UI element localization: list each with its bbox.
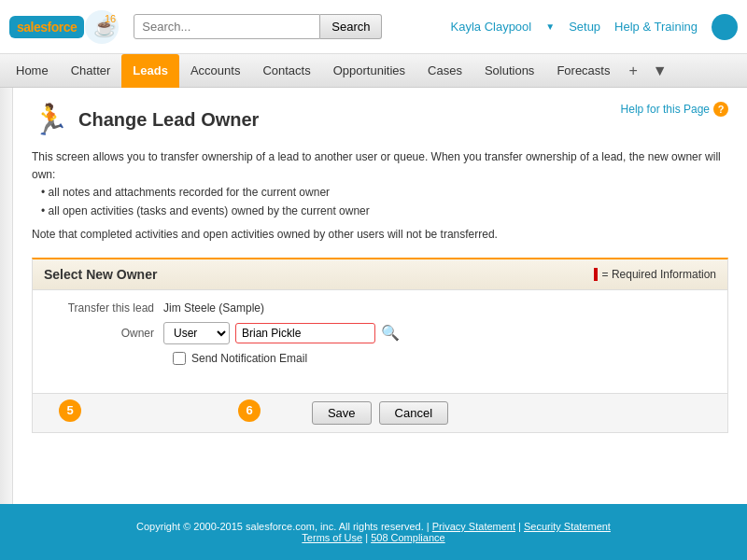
nav-opportunities[interactable]: Opportunities [322,54,416,88]
main-wrapper: 🏃 Change Lead Owner Help for this Page ?… [0,88,747,504]
nav-chatter[interactable]: Chatter [60,54,122,88]
save-button[interactable]: Save [312,401,372,425]
form-section: Select New Owner = Required Information … [32,258,728,433]
footer: Copyright © 2000-2015 salesforce.com, in… [0,504,747,560]
owner-name-input[interactable] [235,323,375,343]
footer-links-row2: Terms of Use | 508 Compliance [302,532,444,543]
required-info: = Required Information [594,268,716,281]
cancel-button[interactable]: Cancel [379,401,448,425]
help-icon: ? [713,102,728,117]
search-area: Search [134,14,450,39]
nav-accounts[interactable]: Accounts [179,54,251,88]
description-text: This screen allows you to transfer owner… [32,148,728,244]
form-section-title: Select New Owner [44,267,157,282]
form-body: Transfer this lead Jim Steele (Sample) O… [33,290,727,393]
owner-label: Owner [51,327,163,340]
user-chevron-icon[interactable]: ▼ [545,21,555,32]
nav-home[interactable]: Home [5,54,60,88]
description-line1: This screen allows you to transfer owner… [32,148,728,184]
privacy-link[interactable]: Privacy Statement [432,521,515,532]
owner-type-select[interactable]: User Queue [163,322,230,344]
header-right: Kayla Claypool ▼ Setup Help & Training [451,14,739,40]
help-this-page-link[interactable]: Help for this Page ? [621,102,728,117]
nav-add-button[interactable]: + [621,54,644,88]
actions-row: 5 6 Save Cancel [33,393,727,432]
nav-leads[interactable]: Leads [121,54,179,88]
navigation: Home Chatter Leads Accounts Contacts Opp… [0,54,747,88]
notification-label: Send Notification Email [191,352,307,365]
logo-icon: ☕ 16 [84,9,120,45]
search-button[interactable]: Search [320,14,382,39]
nav-forecasts[interactable]: Forecasts [545,54,621,88]
form-section-header: Select New Owner = Required Information [33,259,727,290]
nav-contacts[interactable]: Contacts [251,54,321,88]
nav-solutions[interactable]: Solutions [473,54,545,88]
nav-cases[interactable]: Cases [416,54,473,88]
owner-row: Owner User Queue 🔍 [51,322,709,344]
nav-more-button[interactable]: ▼ [645,54,675,88]
svg-text:16: 16 [105,13,116,24]
page-title: Change Lead Owner [78,109,259,131]
avatar [712,14,738,40]
search-input[interactable] [134,14,320,39]
salesforce-logo: salesforce [9,16,84,38]
footer-copyright: Copyright © 2000-2015 salesforce.com, in… [136,521,611,532]
page-header: 🏃 Change Lead Owner Help for this Page ? [32,102,728,137]
help-training-link[interactable]: Help & Training [614,20,698,34]
bullet-item-1: all notes and attachments recorded for t… [41,184,728,202]
lead-icon: 🏃 [32,102,69,137]
notification-row: Send Notification Email [51,352,709,365]
left-sidebar-accent [0,88,13,504]
description-line2: Note that completed activities and open … [32,226,728,244]
bullet-item-2: all open activities (tasks and events) o… [41,203,728,220]
terms-link[interactable]: Terms of Use [302,532,362,543]
content-area: 🏃 Change Lead Owner Help for this Page ?… [13,88,747,504]
lookup-icon[interactable]: 🔍 [381,324,400,342]
step6-badge: 6 [238,399,261,422]
compliance-link[interactable]: 508 Compliance [371,532,445,543]
transfer-lead-label: Transfer this lead [51,301,163,315]
header: salesforce ☕ 16 Search Kayla Claypool ▼ … [0,0,747,54]
page-title-area: 🏃 Change Lead Owner [32,102,259,137]
transfer-lead-row: Transfer this lead Jim Steele (Sample) [51,301,709,315]
step5-badge: 5 [59,399,81,422]
owner-input-area: User Queue 🔍 [163,322,400,344]
setup-link[interactable]: Setup [569,20,600,34]
logo-area: salesforce ☕ 16 [9,9,120,45]
security-link[interactable]: Security Statement [524,521,611,532]
user-name[interactable]: Kayla Claypool [451,20,532,34]
notification-checkbox[interactable] [173,352,186,365]
transfer-lead-value: Jim Steele (Sample) [163,301,264,315]
help-link-text: Help for this Page [621,103,710,116]
required-bar-icon [594,268,598,281]
required-info-text: = Required Information [602,268,716,281]
